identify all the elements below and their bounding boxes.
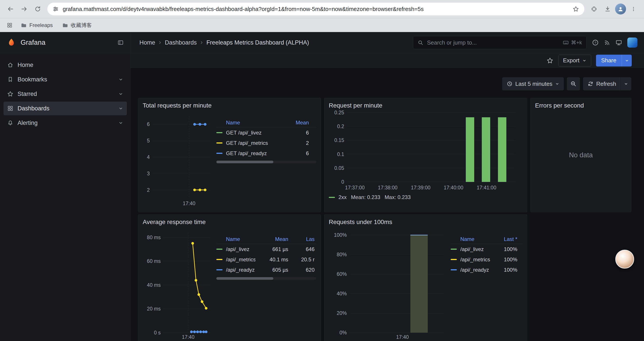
legend-row[interactable]: /api/_readyz 100% xyxy=(451,265,522,275)
chart-requests-under-100ms[interactable]: 100%80%60%40%20%0%17:40 xyxy=(329,229,447,340)
legend-header-last[interactable]: Las xyxy=(288,236,314,242)
chevron-down-icon[interactable] xyxy=(118,91,124,97)
sidebar-item-bookmarks[interactable]: Bookmarks xyxy=(4,73,127,86)
share-label[interactable]: Share xyxy=(596,55,622,67)
browser-menu-icon[interactable] xyxy=(627,3,640,15)
legend-header-mean[interactable]: Mean xyxy=(296,120,309,126)
bookmark-star-icon[interactable] xyxy=(572,6,579,12)
series-name[interactable]: /api/_livez xyxy=(226,246,255,252)
breadcrumb-home[interactable]: Home xyxy=(140,39,155,46)
series-last: 100% xyxy=(496,256,517,263)
legend-row[interactable]: /api/_readyz 605 µs 620 xyxy=(216,265,316,275)
scrollbar-thumb[interactable] xyxy=(216,277,273,280)
search-input[interactable]: Search or jump to... ⌘+k xyxy=(413,36,586,49)
series-name[interactable]: 2xx xyxy=(338,194,346,200)
series-name[interactable]: GET /api/_readyz xyxy=(226,150,306,156)
series-name[interactable]: GET /api/_metrics xyxy=(226,140,306,146)
series-swatch xyxy=(216,142,222,144)
svg-text:0.1: 0.1 xyxy=(337,151,344,157)
svg-text:20%: 20% xyxy=(337,310,347,316)
svg-text:0.2: 0.2 xyxy=(337,124,344,129)
panel-errors-per-second: Errors per second No data xyxy=(530,98,631,212)
profile-avatar[interactable] xyxy=(627,38,638,48)
share-button[interactable]: Share xyxy=(596,55,632,67)
legend-row[interactable]: /api/_livez 100% xyxy=(451,244,522,254)
series-name[interactable]: /api/_livez xyxy=(460,246,496,252)
sidebar-item-home[interactable]: Home xyxy=(4,58,127,72)
url-bar[interactable]: grafana.mathmast.com/d/deytv4rwavabkb/fr… xyxy=(47,3,584,15)
legend-header-last[interactable]: Last * xyxy=(496,236,517,242)
time-range-label: Last 5 minutes xyxy=(515,81,552,87)
share-dropdown-icon[interactable] xyxy=(622,55,632,67)
legend-scrollbar[interactable] xyxy=(216,277,316,280)
bookmark-label: 收藏博客 xyxy=(71,22,92,29)
series-name[interactable]: GET /api/_livez xyxy=(226,130,306,136)
panel-title[interactable]: Average response time xyxy=(143,218,316,226)
legend-scrollbar[interactable] xyxy=(216,161,316,163)
breadcrumb-current: Freeleaps Metrics Dashboard (ALPHA) xyxy=(206,39,309,46)
time-range-picker[interactable]: Last 5 minutes xyxy=(502,77,564,90)
svg-text:0.15: 0.15 xyxy=(334,137,344,143)
panel-title[interactable]: Total requests per minute xyxy=(143,102,316,110)
panel-requests-under-100ms: Requests under 100ms 100%80%60%40%20%0%1… xyxy=(324,214,527,341)
scrollbar-thumb[interactable] xyxy=(216,161,273,163)
legend-row[interactable]: GET /api/_livez 6 xyxy=(216,128,316,138)
help-icon[interactable]: ? xyxy=(592,39,599,46)
breadcrumb-dashboards[interactable]: Dashboards xyxy=(165,39,197,46)
bookmark-folder-blogs[interactable]: 收藏博客 xyxy=(59,20,95,31)
panel-request-per-minute: Request per minute 0.250.20.150.10.05017… xyxy=(324,98,527,212)
bookmark-folder-freeleaps[interactable]: Freeleaps xyxy=(18,21,56,30)
chevron-down-icon[interactable] xyxy=(118,77,124,82)
bell-icon xyxy=(7,120,14,126)
legend-header-mean[interactable]: Mean xyxy=(255,236,288,242)
downloads-icon[interactable] xyxy=(602,3,614,15)
legend-header-name[interactable]: Name xyxy=(460,236,496,242)
news-rss-icon[interactable] xyxy=(604,40,610,46)
sidebar-item-dashboards[interactable]: Dashboards xyxy=(4,102,127,115)
panel-title[interactable]: Requests under 100ms xyxy=(329,218,522,226)
clock-icon xyxy=(506,81,513,87)
panel-title[interactable]: Errors per second xyxy=(535,102,627,110)
zoom-out-icon[interactable] xyxy=(567,77,580,90)
series-swatch xyxy=(329,197,335,198)
kiosk-monitor-icon[interactable] xyxy=(616,39,622,46)
browser-profile-avatar[interactable] xyxy=(615,4,626,15)
sidebar-item-starred[interactable]: Starred xyxy=(4,87,127,101)
legend-row[interactable]: GET /api/_readyz 6 xyxy=(216,148,316,158)
browser-toolbar: grafana.mathmast.com/d/deytv4rwavabkb/fr… xyxy=(0,0,644,18)
chevron-down-icon[interactable] xyxy=(118,106,124,111)
chart-total-requests[interactable]: 6543217:40 xyxy=(143,113,213,207)
forward-button[interactable] xyxy=(18,3,30,15)
legend-row[interactable]: GET /api/_metrics 2 xyxy=(216,138,316,148)
panel-title[interactable]: Request per minute xyxy=(329,102,522,110)
chart-average-response-time[interactable]: 80 ms60 ms40 ms20 ms0 s17:40 xyxy=(143,229,213,340)
legend-header-name[interactable]: Name xyxy=(226,120,296,126)
reload-button[interactable] xyxy=(32,3,44,15)
apps-grid-icon[interactable] xyxy=(5,21,14,30)
legend-header-name[interactable]: Name xyxy=(226,236,255,242)
legend-row[interactable]: /api/_livez 661 µs 646 xyxy=(216,244,316,254)
legend-row[interactable]: /api/_metrics 40.1 ms 20.5 r xyxy=(216,254,316,265)
refresh-interval-dropdown[interactable] xyxy=(620,77,631,90)
dashboards-grid-icon xyxy=(7,105,14,112)
assistant-avatar[interactable] xyxy=(615,250,634,269)
extensions-icon[interactable] xyxy=(588,3,600,15)
series-name[interactable]: /api/_readyz xyxy=(460,267,496,273)
dock-sidebar-icon[interactable] xyxy=(117,39,124,46)
svg-text:17:39:00: 17:39:00 xyxy=(411,185,430,190)
grafana-logo[interactable] xyxy=(6,38,16,47)
chevron-down-icon[interactable] xyxy=(118,120,124,126)
chart-request-per-minute[interactable]: 0.250.20.150.10.05017:37:0017:38:0017:39… xyxy=(329,110,522,191)
series-name[interactable]: /api/_metrics xyxy=(226,256,255,263)
back-button[interactable] xyxy=(4,3,17,15)
series-mean: 605 µs xyxy=(255,267,288,273)
refresh-button[interactable]: Refresh xyxy=(583,77,620,90)
site-settings-icon[interactable] xyxy=(52,6,59,12)
legend-row[interactable]: /api/_metrics 100% xyxy=(451,254,522,265)
export-label: Export xyxy=(563,57,579,64)
series-name[interactable]: /api/_readyz xyxy=(226,267,255,273)
export-button[interactable]: Export xyxy=(558,55,591,67)
favorite-star-icon[interactable] xyxy=(546,57,554,64)
series-name[interactable]: /api/_metrics xyxy=(460,256,496,263)
sidebar-item-alerting[interactable]: Alerting xyxy=(4,116,127,130)
